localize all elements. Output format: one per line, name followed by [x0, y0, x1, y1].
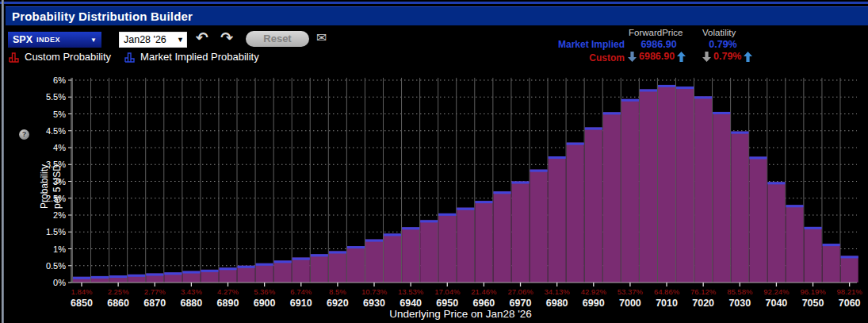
probability-bar[interactable]: [457, 208, 474, 283]
y-tick-label: 4.5%: [46, 126, 66, 136]
probability-bar[interactable]: [420, 220, 438, 283]
probability-bar[interactable]: [475, 201, 492, 283]
y-tick-label: 2.5%: [46, 194, 66, 203]
x-tick-label: 7060: [839, 298, 861, 309]
decrease-volatility-arrow-icon[interactable]: [702, 52, 711, 62]
probability-bar[interactable]: [841, 256, 858, 283]
probability-bar[interactable]: [311, 254, 328, 283]
probability-bar[interactable]: [567, 143, 584, 283]
cumulative-probability-label: 98.21%: [837, 287, 863, 296]
cumulative-probability-label: 10.73%: [361, 287, 388, 296]
probability-bar[interactable]: [530, 170, 548, 283]
probability-bar[interactable]: [694, 96, 712, 283]
probability-bar[interactable]: [767, 182, 785, 283]
probability-bar-cap: [621, 99, 639, 102]
probability-bar[interactable]: [511, 182, 529, 283]
probability-bar[interactable]: [658, 85, 675, 283]
probability-bar-cap: [182, 271, 200, 274]
expiry-dropdown[interactable]: Jan28 '26 ▼: [119, 32, 187, 48]
market-implied-forward-price: 6986.90: [632, 39, 686, 50]
probability-bar[interactable]: [256, 263, 273, 283]
y-tick-label: 0%: [53, 278, 66, 287]
probability-bar[interactable]: [402, 227, 419, 283]
probability-bar[interactable]: [274, 260, 292, 283]
y-tick-label: 6%: [53, 75, 66, 85]
probability-bar[interactable]: [621, 99, 639, 283]
probability-bar[interactable]: [713, 112, 730, 283]
probability-bar[interactable]: [585, 128, 602, 283]
increase-volatility-arrow-icon[interactable]: [744, 52, 752, 62]
probability-bar-cap: [511, 182, 529, 184]
probability-bar[interactable]: [603, 112, 621, 283]
probability-bar[interactable]: [365, 240, 383, 283]
y-tick-label: 0.5%: [46, 261, 66, 271]
undo-icon[interactable]: ↶: [196, 29, 208, 46]
legend-item-custom[interactable]: Custom Probability: [8, 51, 111, 63]
legend: Custom Probability Market Implied Probab…: [8, 51, 259, 63]
cumulative-probability-label: 2.77%: [144, 287, 166, 296]
expiry-value: Jan28 '26: [120, 34, 166, 45]
probability-bar[interactable]: [438, 213, 456, 283]
decrease-forward-price-arrow-icon[interactable]: [628, 52, 637, 62]
probability-bar-cap: [457, 208, 474, 210]
market-implied-volatility: 0.79%: [701, 39, 745, 50]
titlebar: Probability Distribution Builder: [6, 6, 868, 25]
x-tick-label: 6860: [107, 298, 129, 309]
probability-bar[interactable]: [749, 156, 767, 283]
probability-bar[interactable]: [676, 87, 694, 283]
page-title: Probability Distribution Builder: [6, 10, 193, 23]
probability-distribution-chart[interactable]: 0%0.5%1%1.5%2%2.5%3%3.5%4%4.5%5%5.5%6%1.…: [0, 71, 868, 323]
probability-bar-cap: [640, 89, 657, 91]
cumulative-probability-label: 21.46%: [471, 287, 497, 296]
probability-bar[interactable]: [238, 266, 255, 283]
cumulative-probability-label: 8.5%: [329, 287, 346, 296]
probability-bar[interactable]: [786, 205, 803, 283]
y-tick-label: 1.5%: [46, 227, 66, 236]
probability-bar[interactable]: [384, 233, 401, 283]
probability-bar-cap: [749, 156, 767, 159]
probability-bar-cap: [238, 266, 255, 268]
x-tick-label: 6960: [472, 298, 495, 309]
probability-bar-cap: [164, 272, 182, 275]
probability-bar[interactable]: [329, 251, 346, 283]
probability-bar-cap: [256, 263, 273, 266]
probability-bar-cap: [658, 85, 675, 87]
reset-button[interactable]: Reset: [246, 31, 309, 47]
increase-forward-price-arrow-icon[interactable]: [677, 52, 686, 62]
x-tick-label: 6900: [254, 298, 276, 309]
window-top-accent-line: [0, 2, 868, 4]
probability-bar-cap: [365, 240, 383, 242]
cumulative-probability-label: 34.13%: [545, 287, 571, 296]
probability-bar[interactable]: [640, 89, 657, 283]
probability-bar-cap: [128, 275, 145, 277]
x-tick-label: 7010: [656, 298, 678, 309]
probability-bar-cap: [841, 256, 858, 258]
x-tick-label: 7000: [619, 298, 641, 309]
x-tick-label: 6940: [400, 298, 422, 309]
probability-bar[interactable]: [823, 244, 840, 283]
probability-bar-cap: [549, 156, 566, 159]
probability-bar-cap: [767, 182, 785, 184]
x-tick-label: 6930: [363, 298, 385, 309]
probability-bar-cap: [493, 191, 510, 194]
probability-bar[interactable]: [493, 191, 510, 283]
security-dropdown[interactable]: SPX INDEX ▼: [8, 32, 101, 48]
probability-bar[interactable]: [731, 132, 748, 283]
probability-bar[interactable]: [347, 246, 365, 283]
x-tick-label: 6910: [290, 298, 312, 309]
legend-item-market-implied[interactable]: Market Implied Probability: [124, 51, 259, 63]
y-tick-label: 2%: [53, 210, 66, 220]
probability-bar-cap: [73, 277, 90, 279]
probability-bar-cap: [676, 87, 694, 89]
probability-bar-cap: [402, 227, 419, 229]
probability-bar-cap: [805, 227, 822, 229]
probability-bar-cap: [420, 220, 438, 222]
x-tick-label: 6880: [180, 298, 202, 309]
redo-icon[interactable]: ↷: [220, 29, 233, 46]
probability-bar[interactable]: [805, 227, 822, 283]
probability-bar[interactable]: [549, 156, 566, 283]
chevron-down-icon: ▼: [90, 37, 97, 44]
email-icon[interactable]: ✉: [316, 30, 327, 45]
probability-bar[interactable]: [293, 258, 310, 283]
probability-bar-cap: [530, 170, 548, 172]
